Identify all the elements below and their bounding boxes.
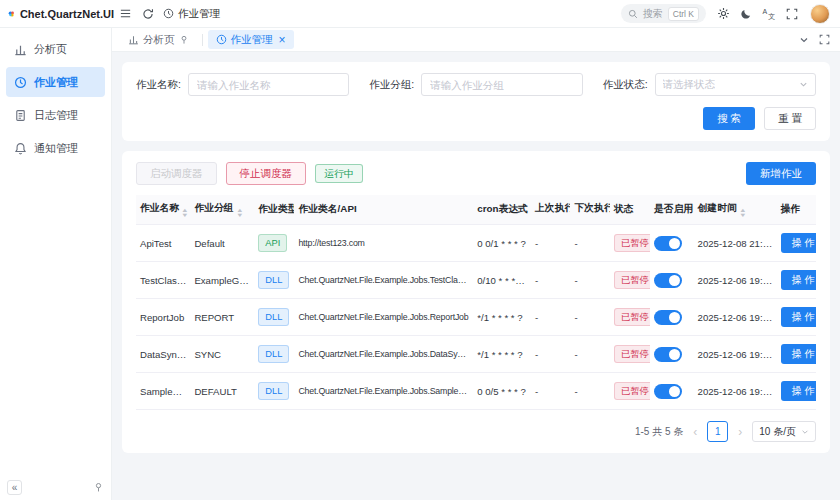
row-action-button[interactable]: 操 作 bbox=[781, 307, 817, 327]
job-class-cell: http://test123.com bbox=[294, 225, 473, 262]
sidebar-item-notification-management[interactable]: 通知管理 bbox=[6, 133, 105, 163]
created-cell: 2025-12-06 19:45:03 bbox=[694, 299, 777, 336]
svg-text:A: A bbox=[762, 8, 767, 15]
row-action-button[interactable]: 操 作 bbox=[781, 270, 817, 290]
status-badge: 已暂停 bbox=[614, 345, 650, 363]
reset-button[interactable]: 重 置 bbox=[764, 107, 816, 130]
job-group-cell: Default bbox=[190, 225, 254, 262]
sort-icon[interactable]: ▲▼ bbox=[740, 208, 745, 217]
job-type-tag: DLL bbox=[258, 382, 289, 400]
enabled-toggle[interactable] bbox=[654, 273, 682, 288]
search-shortcut: Ctrl K bbox=[668, 7, 699, 21]
column-header-group[interactable]: 作业分组▲▼ bbox=[190, 195, 254, 225]
status-cell: 已暂停 bbox=[610, 225, 650, 262]
menu-collapse-icon[interactable] bbox=[119, 7, 132, 20]
page-number-button[interactable]: 1 bbox=[707, 421, 728, 442]
tab-label: 作业管理 bbox=[231, 33, 273, 47]
column-header-cron[interactable]: cron表达式 bbox=[473, 195, 531, 225]
column-label: 是否启用 bbox=[654, 203, 693, 214]
next-run-cell: - bbox=[570, 373, 609, 410]
avatar[interactable] bbox=[810, 4, 830, 24]
action-cell: 操 作 bbox=[777, 299, 817, 336]
row-action-button[interactable]: 操 作 bbox=[781, 233, 817, 253]
cron-cell: 0/10 * * * * ? bbox=[473, 262, 531, 299]
job-group-cell: DEFAULT bbox=[190, 373, 254, 410]
table-row: SampleJob DEFAULT DLL Chet.QuartzNet.Fil… bbox=[136, 373, 816, 410]
job-status-select[interactable]: 请选择状态 bbox=[655, 73, 816, 96]
last-run-cell: - bbox=[531, 299, 570, 336]
enabled-toggle[interactable] bbox=[654, 347, 682, 362]
start-scheduler-button[interactable]: 启动调度器 bbox=[136, 162, 217, 185]
created-cell: 2025-12-06 19:45:03 bbox=[694, 336, 777, 373]
theme-moon-icon[interactable] bbox=[740, 8, 752, 20]
column-header-name[interactable]: 作业名称▲▼ bbox=[136, 195, 190, 225]
sort-icon[interactable]: ▲▼ bbox=[237, 208, 242, 217]
enabled-toggle[interactable] bbox=[654, 236, 682, 251]
enabled-toggle[interactable] bbox=[654, 384, 682, 399]
stop-scheduler-button[interactable]: 停止调度器 bbox=[226, 162, 307, 185]
table-card: 启动调度器 停止调度器 运行中 新增作业 作业名称▲▼ 作业分组▲▼ 作业类型 … bbox=[122, 151, 830, 453]
job-name-input[interactable] bbox=[188, 73, 349, 96]
tab-job-management[interactable]: 作业管理 × bbox=[208, 30, 294, 49]
close-icon[interactable]: × bbox=[279, 35, 286, 45]
column-header-class: 作业类名/API bbox=[294, 195, 473, 225]
next-page-button[interactable]: › bbox=[736, 425, 744, 439]
app-logo[interactable]: Chet.QuartzNet.UI bbox=[8, 6, 114, 22]
search-label: 搜索 bbox=[643, 7, 663, 21]
enabled-toggle[interactable] bbox=[654, 310, 682, 325]
column-header-next-run[interactable]: 下次执行▲▼ bbox=[570, 195, 609, 225]
job-class-cell: Chet.QuartzNet.File.Example.Jobs.ReportJ… bbox=[294, 299, 473, 336]
add-job-button[interactable]: 新增作业 bbox=[746, 162, 816, 185]
refresh-icon[interactable] bbox=[142, 8, 154, 20]
pin-icon[interactable] bbox=[179, 35, 189, 45]
column-label: 下次执行 bbox=[574, 202, 609, 213]
job-status-label: 作业状态: bbox=[603, 78, 648, 92]
filter-job-name: 作业名称: bbox=[136, 73, 349, 96]
enabled-cell bbox=[650, 299, 694, 336]
fullscreen-icon[interactable] bbox=[786, 8, 798, 20]
job-type-cell: DLL bbox=[254, 373, 294, 410]
action-cell: 操 作 bbox=[777, 373, 817, 410]
language-translate-icon[interactable]: A文 bbox=[762, 7, 776, 20]
maximize-icon[interactable] bbox=[819, 34, 830, 45]
tab-analysis[interactable]: 分析页 bbox=[120, 30, 197, 49]
row-action-button[interactable]: 操 作 bbox=[781, 381, 817, 401]
row-action-button[interactable]: 操 作 bbox=[781, 344, 817, 364]
sidebar: 分析页 作业管理 日志管理 通知管理 « bbox=[0, 28, 112, 500]
clock-icon bbox=[163, 8, 174, 19]
column-label: 作业类型 bbox=[258, 203, 294, 214]
chevron-down-icon bbox=[801, 428, 809, 436]
sidebar-collapse-button[interactable]: « bbox=[7, 480, 22, 495]
page-size-label: 10 条/页 bbox=[759, 425, 796, 439]
global-search[interactable]: 搜索 Ctrl K bbox=[621, 4, 706, 23]
filter-card: 作业名称: 作业分组: 作业状态: 请选择状态 bbox=[122, 62, 830, 141]
sidebar-item-analysis[interactable]: 分析页 bbox=[6, 34, 105, 64]
chevron-down-icon[interactable] bbox=[799, 35, 809, 45]
settings-gear-icon[interactable] bbox=[717, 7, 730, 20]
action-cell: 操 作 bbox=[777, 262, 817, 299]
table-header-row: 作业名称▲▼ 作业分组▲▼ 作业类型 作业类名/API cron表达式 上次执行… bbox=[136, 195, 816, 225]
page-size-select[interactable]: 10 条/页 bbox=[752, 421, 816, 442]
app-title: Chet.QuartzNet.UI bbox=[20, 8, 114, 20]
job-type-cell: DLL bbox=[254, 299, 294, 336]
column-header-last-run[interactable]: 上次执行▲▼ bbox=[531, 195, 570, 225]
chart-icon bbox=[14, 43, 27, 56]
clock-icon bbox=[14, 76, 27, 89]
document-icon bbox=[14, 109, 27, 122]
action-cell: 操 作 bbox=[777, 225, 817, 262]
sidebar-item-job-management[interactable]: 作业管理 bbox=[6, 67, 105, 97]
pagination-total: 1-5 共 5 条 bbox=[635, 425, 683, 439]
job-group-input[interactable] bbox=[421, 73, 582, 96]
last-run-cell: - bbox=[531, 336, 570, 373]
search-button[interactable]: 搜 索 bbox=[703, 107, 755, 130]
prev-page-button[interactable]: ‹ bbox=[691, 425, 699, 439]
enabled-cell bbox=[650, 373, 694, 410]
column-header-status: 状态 bbox=[610, 195, 650, 225]
clock-icon bbox=[216, 34, 227, 45]
column-header-created[interactable]: 创建时间▲▼ bbox=[694, 195, 777, 225]
next-run-cell: - bbox=[570, 299, 609, 336]
sort-icon[interactable]: ▲▼ bbox=[182, 208, 187, 217]
next-run-cell: - bbox=[570, 225, 609, 262]
pin-icon[interactable] bbox=[93, 482, 104, 493]
sidebar-item-log-management[interactable]: 日志管理 bbox=[6, 100, 105, 130]
